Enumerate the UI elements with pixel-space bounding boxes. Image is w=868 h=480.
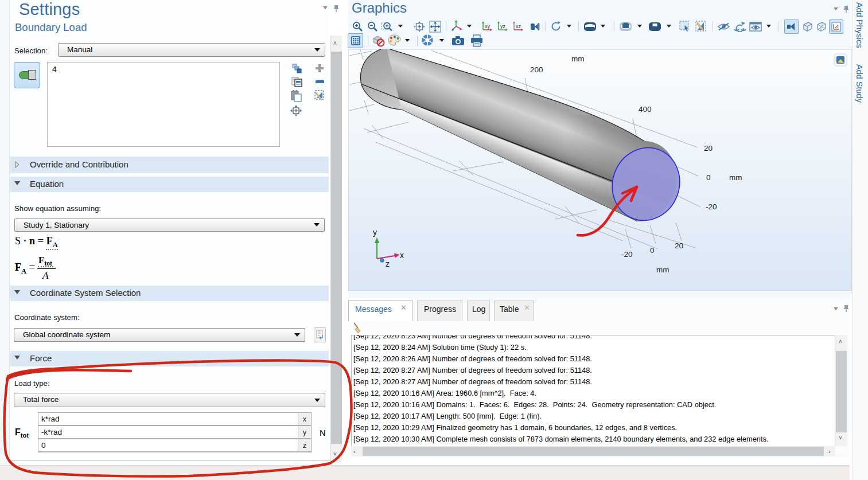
svg-text:-20: -20 [706,202,717,211]
svg-text:mm: mm [571,54,585,63]
svg-text:400: 400 [639,105,652,114]
svg-text:20: 20 [704,144,713,153]
svg-text:200: 200 [530,65,543,74]
svg-text:0: 0 [706,173,711,182]
svg-text:xy: xy [485,24,491,29]
svg-text:-20: -20 [621,250,633,259]
svg-text:x: x [400,251,404,260]
svg-text:0: 0 [650,246,655,255]
svg-text:yz: yz [500,24,506,29]
svg-text:y: y [373,228,377,237]
svg-text:mm: mm [656,266,670,274]
svg-text:xz: xz [516,24,521,29]
svg-text:z: z [386,259,390,268]
svg-text:mm: mm [729,173,742,182]
svg-text:20: 20 [675,241,683,250]
